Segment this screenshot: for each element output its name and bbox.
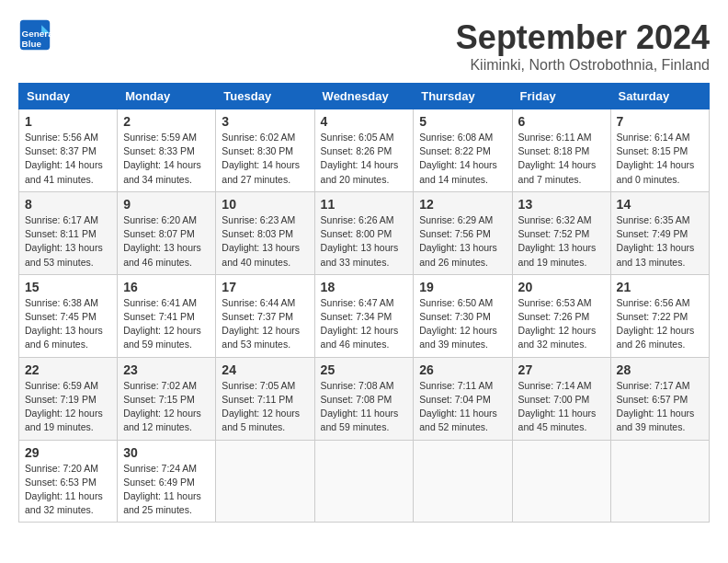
day-number: 15 — [25, 280, 111, 294]
calendar-cell: 28Sunrise: 7:17 AMSunset: 6:57 PMDayligh… — [610, 357, 709, 440]
day-info: Sunrise: 6:20 AMSunset: 8:07 PMDaylight:… — [123, 213, 210, 270]
day-info: Sunrise: 7:20 AMSunset: 6:53 PMDaylight:… — [25, 462, 111, 518]
day-info: Sunrise: 6:56 AMSunset: 7:22 PMDaylight:… — [617, 296, 703, 352]
calendar-cell: 8Sunrise: 6:17 AMSunset: 8:11 PMDaylight… — [19, 191, 118, 274]
day-info: Sunrise: 6:14 AMSunset: 8:15 PMDaylight:… — [617, 131, 703, 187]
calendar-cell: 30Sunrise: 7:24 AMSunset: 6:49 PMDayligh… — [118, 440, 216, 523]
calendar-cell: 16Sunrise: 6:41 AMSunset: 7:41 PMDayligh… — [118, 274, 216, 357]
day-number: 18 — [321, 280, 408, 294]
logo-icon: General Blue — [18, 18, 51, 52]
svg-text:Blue: Blue — [22, 39, 42, 49]
calendar-cell: 22Sunrise: 6:59 AMSunset: 7:19 PMDayligh… — [19, 357, 118, 440]
weekday-header-thursday: Thursday — [414, 84, 512, 109]
day-info: Sunrise: 6:41 AMSunset: 7:41 PMDaylight:… — [123, 296, 210, 352]
day-number: 22 — [25, 362, 111, 377]
day-info: Sunrise: 6:44 AMSunset: 7:37 PMDaylight:… — [222, 296, 308, 352]
title-area: September 2024 Kiiminki, North Ostroboth… — [456, 18, 710, 74]
calendar-cell: 15Sunrise: 6:38 AMSunset: 7:45 PMDayligh… — [19, 274, 118, 357]
day-info: Sunrise: 6:47 AMSunset: 7:34 PMDaylight:… — [321, 296, 408, 352]
day-info: Sunrise: 6:59 AMSunset: 7:19 PMDaylight:… — [25, 379, 111, 435]
calendar-cell: 25Sunrise: 7:08 AMSunset: 7:08 PMDayligh… — [314, 357, 414, 440]
day-info: Sunrise: 7:02 AMSunset: 7:15 PMDaylight:… — [123, 379, 210, 435]
day-info: Sunrise: 7:14 AMSunset: 7:00 PMDaylight:… — [518, 379, 605, 435]
day-info: Sunrise: 6:05 AMSunset: 8:26 PMDaylight:… — [321, 131, 408, 187]
day-info: Sunrise: 6:26 AMSunset: 8:00 PMDaylight:… — [321, 213, 408, 270]
calendar-cell — [610, 440, 709, 523]
day-info: Sunrise: 6:08 AMSunset: 8:22 PMDaylight:… — [419, 131, 506, 187]
day-number: 27 — [518, 362, 605, 377]
day-number: 20 — [518, 280, 605, 294]
day-number: 4 — [321, 114, 408, 129]
day-number: 3 — [222, 114, 308, 129]
day-number: 16 — [123, 280, 210, 294]
day-number: 10 — [222, 197, 308, 212]
calendar-cell: 1Sunrise: 5:56 AMSunset: 8:37 PMDaylight… — [19, 109, 118, 192]
page-header: General Blue September 2024 Kiiminki, No… — [18, 18, 710, 74]
logo: General Blue — [18, 18, 51, 52]
day-info: Sunrise: 6:53 AMSunset: 7:26 PMDaylight:… — [518, 296, 605, 352]
calendar-cell: 4Sunrise: 6:05 AMSunset: 8:26 PMDaylight… — [314, 109, 414, 192]
weekday-header-row: SundayMondayTuesdayWednesdayThursdayFrid… — [19, 84, 710, 109]
calendar-cell: 17Sunrise: 6:44 AMSunset: 7:37 PMDayligh… — [216, 274, 314, 357]
calendar-cell: 9Sunrise: 6:20 AMSunset: 8:07 PMDaylight… — [118, 191, 216, 274]
day-number: 26 — [419, 362, 506, 377]
day-number: 9 — [123, 197, 210, 212]
calendar-cell — [314, 440, 414, 523]
weekday-header-saturday: Saturday — [610, 84, 709, 109]
week-row-2: 8Sunrise: 6:17 AMSunset: 8:11 PMDaylight… — [19, 191, 710, 274]
day-number: 23 — [123, 362, 210, 377]
day-number: 2 — [123, 114, 210, 129]
calendar-cell: 5Sunrise: 6:08 AMSunset: 8:22 PMDaylight… — [414, 109, 512, 192]
day-number: 12 — [419, 197, 506, 212]
day-info: Sunrise: 6:02 AMSunset: 8:30 PMDaylight:… — [222, 131, 308, 187]
weekday-header-wednesday: Wednesday — [314, 84, 414, 109]
day-number: 25 — [321, 362, 408, 377]
day-number: 21 — [617, 280, 703, 294]
calendar-cell: 12Sunrise: 6:29 AMSunset: 7:56 PMDayligh… — [414, 191, 512, 274]
day-number: 30 — [123, 445, 210, 460]
calendar-cell — [216, 440, 314, 523]
week-row-3: 15Sunrise: 6:38 AMSunset: 7:45 PMDayligh… — [19, 274, 710, 357]
calendar-cell: 13Sunrise: 6:32 AMSunset: 7:52 PMDayligh… — [512, 191, 610, 274]
day-number: 28 — [617, 362, 703, 377]
calendar-cell: 11Sunrise: 6:26 AMSunset: 8:00 PMDayligh… — [314, 191, 414, 274]
day-info: Sunrise: 6:32 AMSunset: 7:52 PMDaylight:… — [518, 213, 605, 270]
calendar-cell: 19Sunrise: 6:50 AMSunset: 7:30 PMDayligh… — [414, 274, 512, 357]
calendar-cell: 2Sunrise: 5:59 AMSunset: 8:33 PMDaylight… — [118, 109, 216, 192]
calendar-cell: 3Sunrise: 6:02 AMSunset: 8:30 PMDaylight… — [216, 109, 314, 192]
calendar-cell: 24Sunrise: 7:05 AMSunset: 7:11 PMDayligh… — [216, 357, 314, 440]
day-number: 11 — [321, 197, 408, 212]
day-info: Sunrise: 6:11 AMSunset: 8:18 PMDaylight:… — [518, 131, 605, 187]
day-info: Sunrise: 5:56 AMSunset: 8:37 PMDaylight:… — [25, 131, 111, 187]
weekday-header-sunday: Sunday — [19, 84, 118, 109]
month-title: September 2024 — [456, 18, 710, 57]
day-number: 19 — [419, 280, 506, 294]
day-info: Sunrise: 5:59 AMSunset: 8:33 PMDaylight:… — [123, 131, 210, 187]
day-number: 8 — [25, 197, 111, 212]
day-info: Sunrise: 6:38 AMSunset: 7:45 PMDaylight:… — [25, 296, 111, 352]
week-row-5: 29Sunrise: 7:20 AMSunset: 6:53 PMDayligh… — [19, 440, 710, 523]
calendar-cell: 14Sunrise: 6:35 AMSunset: 7:49 PMDayligh… — [610, 191, 709, 274]
day-number: 5 — [419, 114, 506, 129]
week-row-1: 1Sunrise: 5:56 AMSunset: 8:37 PMDaylight… — [19, 109, 710, 192]
day-info: Sunrise: 7:05 AMSunset: 7:11 PMDaylight:… — [222, 379, 308, 435]
calendar-cell: 7Sunrise: 6:14 AMSunset: 8:15 PMDaylight… — [610, 109, 709, 192]
day-number: 7 — [617, 114, 703, 129]
weekday-header-friday: Friday — [512, 84, 610, 109]
weekday-header-monday: Monday — [118, 84, 216, 109]
day-number: 1 — [25, 114, 111, 129]
calendar-cell: 27Sunrise: 7:14 AMSunset: 7:00 PMDayligh… — [512, 357, 610, 440]
day-info: Sunrise: 6:23 AMSunset: 8:03 PMDaylight:… — [222, 213, 308, 270]
day-number: 24 — [222, 362, 308, 377]
day-number: 13 — [518, 197, 605, 212]
location-title: Kiiminki, North Ostrobothnia, Finland — [456, 57, 710, 74]
calendar-cell — [512, 440, 610, 523]
day-info: Sunrise: 6:35 AMSunset: 7:49 PMDaylight:… — [617, 213, 703, 270]
week-row-4: 22Sunrise: 6:59 AMSunset: 7:19 PMDayligh… — [19, 357, 710, 440]
day-number: 17 — [222, 280, 308, 294]
calendar-cell: 21Sunrise: 6:56 AMSunset: 7:22 PMDayligh… — [610, 274, 709, 357]
day-info: Sunrise: 7:24 AMSunset: 6:49 PMDaylight:… — [123, 462, 210, 518]
day-info: Sunrise: 7:11 AMSunset: 7:04 PMDaylight:… — [419, 379, 506, 435]
calendar-cell: 6Sunrise: 6:11 AMSunset: 8:18 PMDaylight… — [512, 109, 610, 192]
calendar-table: SundayMondayTuesdayWednesdayThursdayFrid… — [18, 83, 710, 523]
